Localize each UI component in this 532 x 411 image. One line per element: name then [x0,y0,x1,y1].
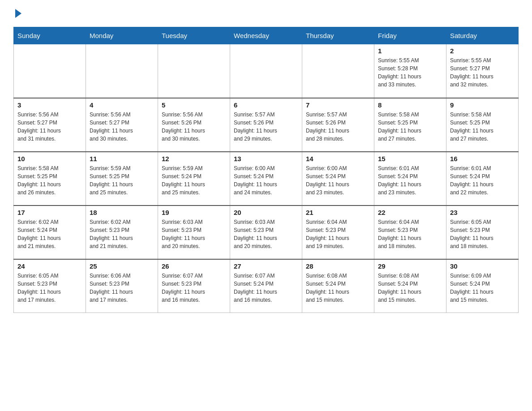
calendar-day-cell: 16Sunrise: 6:01 AM Sunset: 5:24 PM Dayli… [446,152,519,206]
calendar-day-cell: 17Sunrise: 6:02 AM Sunset: 5:24 PM Dayli… [14,206,86,259]
day-info: Sunrise: 5:56 AM Sunset: 5:27 PM Dayligh… [90,111,154,143]
day-number: 21 [306,209,370,216]
day-number: 6 [234,101,298,109]
day-number: 30 [450,262,515,270]
calendar-table: SundayMondayTuesdayWednesdayThursdayFrid… [13,27,519,313]
calendar-week-row: 24Sunrise: 6:05 AM Sunset: 5:23 PM Dayli… [14,259,519,313]
calendar-day-cell: 25Sunrise: 6:06 AM Sunset: 5:23 PM Dayli… [86,259,158,313]
day-number: 7 [306,101,370,109]
day-info: Sunrise: 6:08 AM Sunset: 5:24 PM Dayligh… [378,272,442,304]
day-info: Sunrise: 6:05 AM Sunset: 5:23 PM Dayligh… [17,272,82,304]
weekday-header-friday: Friday [374,27,446,44]
day-info: Sunrise: 6:04 AM Sunset: 5:23 PM Dayligh… [306,218,370,250]
day-info: Sunrise: 6:07 AM Sunset: 5:23 PM Dayligh… [162,272,226,304]
day-number: 23 [450,209,515,216]
logo [13,9,21,18]
calendar-day-cell: 11Sunrise: 5:59 AM Sunset: 5:25 PM Dayli… [86,152,158,206]
day-number: 14 [306,155,370,163]
day-number: 22 [378,209,442,216]
day-number: 19 [162,209,226,216]
weekday-header-monday: Monday [86,27,158,44]
day-info: Sunrise: 6:03 AM Sunset: 5:23 PM Dayligh… [162,218,226,250]
calendar-day-cell [158,44,230,98]
day-info: Sunrise: 6:01 AM Sunset: 5:24 PM Dayligh… [450,164,515,197]
weekday-header-thursday: Thursday [302,27,374,44]
calendar-day-cell: 5Sunrise: 5:56 AM Sunset: 5:26 PM Daylig… [158,98,230,152]
weekday-header-tuesday: Tuesday [158,27,230,44]
day-number: 11 [90,155,154,163]
day-info: Sunrise: 6:02 AM Sunset: 5:24 PM Dayligh… [17,218,82,250]
day-info: Sunrise: 6:02 AM Sunset: 5:23 PM Dayligh… [90,218,154,250]
day-info: Sunrise: 6:03 AM Sunset: 5:23 PM Dayligh… [234,218,298,250]
page-header [13,9,519,18]
day-info: Sunrise: 6:08 AM Sunset: 5:24 PM Dayligh… [306,272,370,304]
day-info: Sunrise: 5:55 AM Sunset: 5:27 PM Dayligh… [450,56,515,89]
calendar-day-cell: 19Sunrise: 6:03 AM Sunset: 5:23 PM Dayli… [158,206,230,259]
day-number: 29 [378,262,442,270]
day-number: 25 [90,262,154,270]
calendar-day-cell [14,44,86,98]
day-number: 28 [306,262,370,270]
calendar-day-cell: 1Sunrise: 5:55 AM Sunset: 5:28 PM Daylig… [374,44,446,98]
calendar-day-cell: 22Sunrise: 6:04 AM Sunset: 5:23 PM Dayli… [374,206,446,259]
logo-triangle-icon [15,9,21,18]
calendar-day-cell: 23Sunrise: 6:05 AM Sunset: 5:23 PM Dayli… [446,206,519,259]
calendar-day-cell: 24Sunrise: 6:05 AM Sunset: 5:23 PM Dayli… [14,259,86,313]
day-number: 4 [90,101,154,109]
day-number: 27 [234,262,298,270]
calendar-week-row: 1Sunrise: 5:55 AM Sunset: 5:28 PM Daylig… [14,44,519,98]
day-info: Sunrise: 5:59 AM Sunset: 5:24 PM Dayligh… [162,164,226,197]
day-info: Sunrise: 6:09 AM Sunset: 5:24 PM Dayligh… [450,272,515,304]
calendar-day-cell: 18Sunrise: 6:02 AM Sunset: 5:23 PM Dayli… [86,206,158,259]
day-info: Sunrise: 5:57 AM Sunset: 5:26 PM Dayligh… [306,111,370,143]
calendar-day-cell: 7Sunrise: 5:57 AM Sunset: 5:26 PM Daylig… [302,98,374,152]
day-number: 20 [234,209,298,216]
calendar-day-cell: 29Sunrise: 6:08 AM Sunset: 5:24 PM Dayli… [374,259,446,313]
day-number: 12 [162,155,226,163]
day-info: Sunrise: 6:00 AM Sunset: 5:24 PM Dayligh… [234,164,298,197]
weekday-header-row: SundayMondayTuesdayWednesdayThursdayFrid… [14,27,519,44]
calendar-day-cell: 3Sunrise: 5:56 AM Sunset: 5:27 PM Daylig… [14,98,86,152]
weekday-header-wednesday: Wednesday [230,27,302,44]
day-info: Sunrise: 6:07 AM Sunset: 5:24 PM Dayligh… [234,272,298,304]
day-info: Sunrise: 6:01 AM Sunset: 5:24 PM Dayligh… [378,164,442,197]
day-info: Sunrise: 6:06 AM Sunset: 5:23 PM Dayligh… [90,272,154,304]
day-number: 18 [90,209,154,216]
calendar-day-cell: 20Sunrise: 6:03 AM Sunset: 5:23 PM Dayli… [230,206,302,259]
day-number: 13 [234,155,298,163]
calendar-week-row: 3Sunrise: 5:56 AM Sunset: 5:27 PM Daylig… [14,98,519,152]
calendar-day-cell: 9Sunrise: 5:58 AM Sunset: 5:25 PM Daylig… [446,98,519,152]
calendar-day-cell: 14Sunrise: 6:00 AM Sunset: 5:24 PM Dayli… [302,152,374,206]
calendar-day-cell [230,44,302,98]
day-info: Sunrise: 5:56 AM Sunset: 5:27 PM Dayligh… [17,111,82,143]
calendar-day-cell: 6Sunrise: 5:57 AM Sunset: 5:26 PM Daylig… [230,98,302,152]
day-number: 10 [17,155,82,163]
day-number: 9 [450,101,515,109]
calendar-day-cell: 30Sunrise: 6:09 AM Sunset: 5:24 PM Dayli… [446,259,519,313]
day-info: Sunrise: 6:05 AM Sunset: 5:23 PM Dayligh… [450,218,515,250]
calendar-day-cell [86,44,158,98]
calendar-day-cell: 8Sunrise: 5:58 AM Sunset: 5:25 PM Daylig… [374,98,446,152]
calendar-day-cell: 2Sunrise: 5:55 AM Sunset: 5:27 PM Daylig… [446,44,519,98]
calendar-week-row: 10Sunrise: 5:58 AM Sunset: 5:25 PM Dayli… [14,152,519,206]
day-number: 24 [17,262,82,270]
day-number: 2 [450,47,515,55]
calendar-day-cell: 10Sunrise: 5:58 AM Sunset: 5:25 PM Dayli… [14,152,86,206]
calendar-day-cell: 13Sunrise: 6:00 AM Sunset: 5:24 PM Dayli… [230,152,302,206]
calendar-day-cell: 21Sunrise: 6:04 AM Sunset: 5:23 PM Dayli… [302,206,374,259]
day-info: Sunrise: 6:00 AM Sunset: 5:24 PM Dayligh… [306,164,370,197]
day-number: 8 [378,101,442,109]
day-info: Sunrise: 5:58 AM Sunset: 5:25 PM Dayligh… [17,164,82,197]
calendar-week-row: 17Sunrise: 6:02 AM Sunset: 5:24 PM Dayli… [14,206,519,259]
calendar-day-cell: 4Sunrise: 5:56 AM Sunset: 5:27 PM Daylig… [86,98,158,152]
day-info: Sunrise: 5:55 AM Sunset: 5:28 PM Dayligh… [378,56,442,89]
day-number: 26 [162,262,226,270]
calendar-day-cell: 28Sunrise: 6:08 AM Sunset: 5:24 PM Dayli… [302,259,374,313]
day-number: 17 [17,209,82,216]
weekday-header-sunday: Sunday [14,27,86,44]
day-info: Sunrise: 5:58 AM Sunset: 5:25 PM Dayligh… [378,111,442,143]
day-info: Sunrise: 5:59 AM Sunset: 5:25 PM Dayligh… [90,164,154,197]
day-number: 3 [17,101,82,109]
day-number: 15 [378,155,442,163]
calendar-day-cell: 26Sunrise: 6:07 AM Sunset: 5:23 PM Dayli… [158,259,230,313]
